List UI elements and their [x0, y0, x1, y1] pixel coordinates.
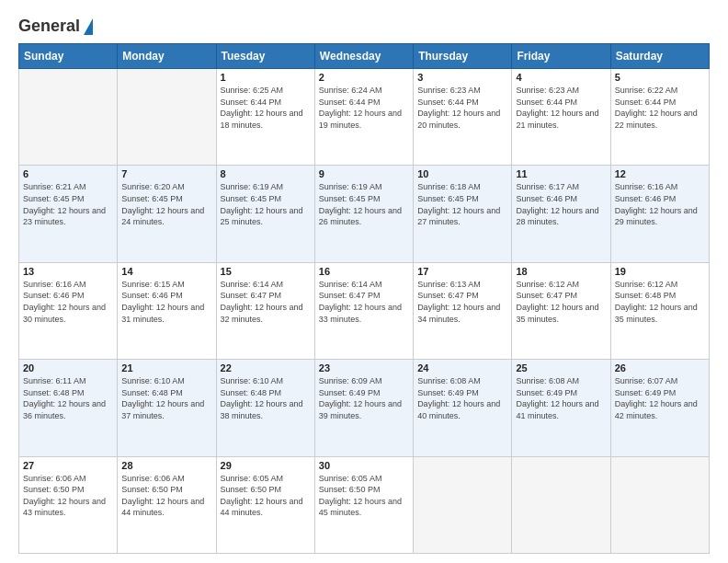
calendar-cell: 23Sunrise: 6:09 AMSunset: 6:49 PMDayligh…	[314, 360, 413, 456]
calendar-week-2: 6Sunrise: 6:21 AMSunset: 6:45 PMDaylight…	[19, 166, 710, 262]
logo: General	[18, 17, 93, 34]
day-detail: Sunrise: 6:18 AMSunset: 6:45 PMDaylight:…	[417, 181, 507, 227]
day-number: 14	[121, 266, 211, 277]
logo-wrapper: General	[18, 17, 93, 36]
day-detail: Sunrise: 6:21 AMSunset: 6:45 PMDaylight:…	[23, 181, 113, 227]
calendar-cell: 10Sunrise: 6:18 AMSunset: 6:45 PMDayligh…	[414, 166, 512, 262]
day-detail: Sunrise: 6:15 AMSunset: 6:46 PMDaylight:…	[121, 279, 211, 325]
day-detail: Sunrise: 6:16 AMSunset: 6:46 PMDaylight:…	[615, 181, 705, 227]
calendar-cell: 26Sunrise: 6:07 AMSunset: 6:49 PMDayligh…	[610, 360, 709, 456]
calendar-cell: 14Sunrise: 6:15 AMSunset: 6:46 PMDayligh…	[118, 262, 216, 359]
calendar-cell: 1Sunrise: 6:25 AMSunset: 6:44 PMDaylight…	[216, 69, 314, 166]
day-number: 12	[615, 168, 705, 179]
calendar-cell: 2Sunrise: 6:24 AMSunset: 6:44 PMDaylight…	[314, 69, 413, 166]
day-number: 18	[516, 266, 606, 277]
day-number: 16	[319, 266, 409, 277]
day-header-friday: Friday	[512, 44, 610, 69]
day-detail: Sunrise: 6:12 AMSunset: 6:48 PMDaylight:…	[615, 279, 705, 325]
calendar-cell: 16Sunrise: 6:14 AMSunset: 6:47 PMDayligh…	[314, 262, 413, 359]
day-number: 13	[23, 266, 113, 277]
calendar-cell	[610, 456, 709, 553]
day-number: 5	[615, 72, 705, 83]
calendar-cell: 24Sunrise: 6:08 AMSunset: 6:49 PMDayligh…	[414, 360, 512, 456]
day-number: 29	[221, 460, 311, 471]
day-detail: Sunrise: 6:08 AMSunset: 6:49 PMDaylight:…	[516, 375, 606, 421]
day-detail: Sunrise: 6:05 AMSunset: 6:50 PMDaylight:…	[221, 473, 311, 519]
calendar-cell	[414, 456, 512, 553]
header: General	[18, 17, 710, 34]
calendar-week-5: 27Sunrise: 6:06 AMSunset: 6:50 PMDayligh…	[19, 456, 710, 553]
calendar-cell: 8Sunrise: 6:19 AMSunset: 6:45 PMDaylight…	[216, 166, 314, 262]
day-header-sunday: Sunday	[19, 44, 118, 69]
day-number: 22	[221, 362, 311, 373]
day-number: 4	[516, 72, 606, 83]
calendar-cell: 29Sunrise: 6:05 AMSunset: 6:50 PMDayligh…	[216, 456, 314, 553]
day-header-tuesday: Tuesday	[216, 44, 314, 69]
day-number: 27	[23, 460, 113, 471]
day-number: 1	[221, 72, 311, 83]
day-detail: Sunrise: 6:16 AMSunset: 6:46 PMDaylight:…	[23, 279, 113, 325]
calendar-cell: 11Sunrise: 6:17 AMSunset: 6:46 PMDayligh…	[512, 166, 610, 262]
day-number: 7	[121, 168, 211, 179]
day-number: 23	[319, 362, 409, 373]
day-detail: Sunrise: 6:08 AMSunset: 6:49 PMDaylight:…	[417, 375, 507, 421]
calendar-cell: 21Sunrise: 6:10 AMSunset: 6:48 PMDayligh…	[118, 360, 216, 456]
day-number: 26	[615, 362, 705, 373]
day-detail: Sunrise: 6:11 AMSunset: 6:48 PMDaylight:…	[23, 375, 113, 421]
calendar-cell: 7Sunrise: 6:20 AMSunset: 6:45 PMDaylight…	[118, 166, 216, 262]
day-detail: Sunrise: 6:13 AMSunset: 6:47 PMDaylight:…	[417, 279, 507, 325]
day-detail: Sunrise: 6:14 AMSunset: 6:47 PMDaylight:…	[319, 279, 409, 325]
calendar-cell: 25Sunrise: 6:08 AMSunset: 6:49 PMDayligh…	[512, 360, 610, 456]
day-detail: Sunrise: 6:22 AMSunset: 6:44 PMDaylight:…	[615, 85, 705, 131]
day-detail: Sunrise: 6:25 AMSunset: 6:44 PMDaylight:…	[221, 85, 311, 131]
calendar-week-1: 1Sunrise: 6:25 AMSunset: 6:44 PMDaylight…	[19, 69, 710, 166]
day-detail: Sunrise: 6:06 AMSunset: 6:50 PMDaylight:…	[121, 473, 211, 519]
calendar-cell: 3Sunrise: 6:23 AMSunset: 6:44 PMDaylight…	[414, 69, 512, 166]
calendar-cell: 30Sunrise: 6:05 AMSunset: 6:50 PMDayligh…	[314, 456, 413, 553]
calendar-cell: 5Sunrise: 6:22 AMSunset: 6:44 PMDaylight…	[610, 69, 709, 166]
day-number: 11	[516, 168, 606, 179]
day-number: 28	[121, 460, 211, 471]
day-detail: Sunrise: 6:23 AMSunset: 6:44 PMDaylight:…	[516, 85, 606, 131]
day-detail: Sunrise: 6:10 AMSunset: 6:48 PMDaylight:…	[221, 375, 311, 421]
calendar-week-4: 20Sunrise: 6:11 AMSunset: 6:48 PMDayligh…	[19, 360, 710, 456]
day-number: 10	[417, 168, 507, 179]
day-detail: Sunrise: 6:05 AMSunset: 6:50 PMDaylight:…	[319, 473, 409, 519]
calendar-cell: 27Sunrise: 6:06 AMSunset: 6:50 PMDayligh…	[19, 456, 118, 553]
calendar-cell: 17Sunrise: 6:13 AMSunset: 6:47 PMDayligh…	[414, 262, 512, 359]
calendar-week-3: 13Sunrise: 6:16 AMSunset: 6:46 PMDayligh…	[19, 262, 710, 359]
day-detail: Sunrise: 6:20 AMSunset: 6:45 PMDaylight:…	[121, 181, 211, 227]
page: General SundayMondayTuesdayWednesdayThur…	[0, 0, 728, 563]
day-detail: Sunrise: 6:19 AMSunset: 6:45 PMDaylight:…	[319, 181, 409, 227]
calendar-cell: 13Sunrise: 6:16 AMSunset: 6:46 PMDayligh…	[19, 262, 118, 359]
day-header-saturday: Saturday	[610, 44, 709, 69]
day-number: 9	[319, 168, 409, 179]
logo-general-text: General	[18, 17, 80, 36]
calendar-cell: 20Sunrise: 6:11 AMSunset: 6:48 PMDayligh…	[19, 360, 118, 456]
calendar-cell: 22Sunrise: 6:10 AMSunset: 6:48 PMDayligh…	[216, 360, 314, 456]
calendar-table: SundayMondayTuesdayWednesdayThursdayFrid…	[18, 43, 710, 554]
day-number: 24	[417, 362, 507, 373]
day-number: 17	[417, 266, 507, 277]
day-detail: Sunrise: 6:17 AMSunset: 6:46 PMDaylight:…	[516, 181, 606, 227]
day-number: 8	[221, 168, 311, 179]
day-detail: Sunrise: 6:10 AMSunset: 6:48 PMDaylight:…	[121, 375, 211, 421]
calendar-cell: 6Sunrise: 6:21 AMSunset: 6:45 PMDaylight…	[19, 166, 118, 262]
day-number: 25	[516, 362, 606, 373]
day-detail: Sunrise: 6:19 AMSunset: 6:45 PMDaylight:…	[221, 181, 311, 227]
day-header-monday: Monday	[118, 44, 216, 69]
day-detail: Sunrise: 6:06 AMSunset: 6:50 PMDaylight:…	[23, 473, 113, 519]
day-number: 3	[417, 72, 507, 83]
calendar-header-row: SundayMondayTuesdayWednesdayThursdayFrid…	[19, 44, 710, 69]
day-header-wednesday: Wednesday	[314, 44, 413, 69]
calendar-cell	[19, 69, 118, 166]
calendar-cell: 12Sunrise: 6:16 AMSunset: 6:46 PMDayligh…	[610, 166, 709, 262]
calendar-cell	[512, 456, 610, 553]
day-number: 19	[615, 266, 705, 277]
calendar-cell: 19Sunrise: 6:12 AMSunset: 6:48 PMDayligh…	[610, 262, 709, 359]
calendar-cell: 18Sunrise: 6:12 AMSunset: 6:47 PMDayligh…	[512, 262, 610, 359]
calendar-cell: 9Sunrise: 6:19 AMSunset: 6:45 PMDaylight…	[314, 166, 413, 262]
calendar-cell	[118, 69, 216, 166]
day-number: 20	[23, 362, 113, 373]
day-detail: Sunrise: 6:09 AMSunset: 6:49 PMDaylight:…	[319, 375, 409, 421]
